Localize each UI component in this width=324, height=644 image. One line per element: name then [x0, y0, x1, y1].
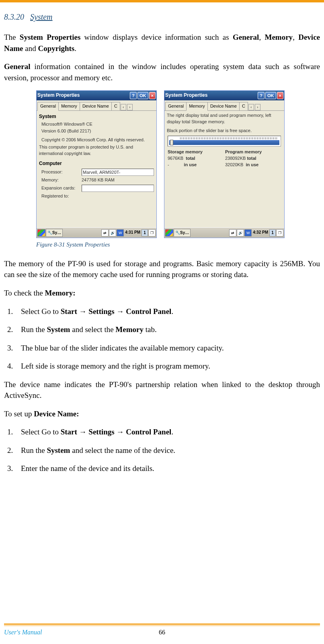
tray-volume-icon[interactable]: 🔊: [109, 229, 116, 236]
tab-memory[interactable]: Memory: [58, 102, 80, 110]
tab-memory[interactable]: Memory: [186, 102, 208, 111]
tray-cascade-icon[interactable]: ❐: [276, 229, 283, 236]
window-title: System Properties: [165, 92, 207, 99]
text: ,: [259, 33, 265, 41]
tray-volume-icon[interactable]: 🔊: [237, 229, 244, 236]
copyright-text: Copyright © 2006 Microsoft Corp. All rig…: [41, 137, 154, 143]
arrow: →: [77, 428, 89, 436]
text: and select the name of the device.: [70, 446, 175, 454]
section-heading: 8.3.20 System: [4, 11, 320, 23]
os-version: Version 6.00 (Build 2217): [41, 128, 154, 135]
system-group-label: System: [39, 113, 154, 120]
footer-row: User's Manual 66: [4, 628, 320, 637]
text-bold: Start: [61, 428, 77, 436]
help-button[interactable]: ?: [258, 92, 265, 99]
tray-word-icon[interactable]: W: [117, 229, 124, 236]
system-properties-window-general: System Properties ? OK × General Memory …: [36, 90, 157, 238]
tab-scroll-left-icon[interactable]: ‹: [121, 104, 126, 110]
device-name-description: The device name indicates the PT-90's pa…: [4, 379, 320, 401]
help-button[interactable]: ?: [130, 92, 137, 99]
step-number: 3.: [7, 342, 13, 354]
text: Run the: [21, 325, 47, 334]
general-panel: System Microsoft® Windows® CE Version 6.…: [37, 111, 156, 227]
expansion-row: Expansion cards:: [41, 185, 154, 192]
text: .: [74, 44, 76, 53]
tray-network-icon[interactable]: ⇄: [101, 229, 109, 236]
tray-network-icon[interactable]: ⇄: [229, 229, 236, 236]
program-column: Program memory 238092KB total 32020KB in…: [224, 149, 282, 168]
tab-scroll-left-icon[interactable]: ‹: [248, 104, 254, 110]
tab-general[interactable]: General: [165, 102, 187, 110]
text-bold: Memory: [115, 325, 144, 334]
page-footer: User's Manual 66: [0, 624, 324, 637]
step-1: 1. Select Go to Start → Settings → Contr…: [7, 426, 320, 438]
storage-inuse-row: - in use: [168, 162, 224, 168]
step-number: 3.: [7, 463, 13, 474]
slider-thumb[interactable]: [170, 140, 173, 145]
tab-general[interactable]: General: [37, 102, 59, 111]
tab-device-name[interactable]: Device Name: [80, 102, 112, 110]
tab-copyrights[interactable]: C: [239, 102, 248, 110]
expansion-dropdown[interactable]: [82, 185, 154, 192]
text: To set up: [4, 410, 34, 418]
storage-header: Storage memory: [168, 149, 224, 155]
tray-cascade-icon[interactable]: ❐: [148, 229, 156, 236]
start-button-icon[interactable]: [165, 229, 173, 236]
memory-value: 247768 KB RAM: [82, 177, 115, 183]
tab-device-name[interactable]: Device Name: [207, 102, 240, 110]
taskbar-clock[interactable]: 4:32 PM: [252, 230, 269, 236]
step-number: 4.: [7, 361, 13, 372]
titlebar[interactable]: System Properties ? OK ×: [164, 91, 284, 100]
text: The blue bar of the slider indicates the…: [21, 344, 224, 352]
tray-desktop-number[interactable]: 1: [269, 229, 276, 236]
program-inuse: 32020KB: [225, 162, 243, 167]
text: ,: [293, 33, 298, 41]
tab-scroll-right-icon[interactable]: ›: [127, 104, 133, 110]
computer-group-label: Computer: [39, 160, 154, 167]
ok-button[interactable]: OK: [265, 92, 276, 99]
arrow: →: [115, 428, 126, 436]
tab-scroll-right-icon[interactable]: ›: [255, 104, 260, 110]
step-1: 1. Select Go to Start → Settings → Contr…: [7, 306, 320, 317]
text-bold: Control Panel: [126, 428, 171, 436]
memory-row: Memory: 247768 KB RAM: [41, 177, 154, 183]
text-bold: System: [47, 446, 70, 454]
titlebar[interactable]: System Properties ? OK ×: [37, 91, 156, 100]
start-button-icon[interactable]: [37, 229, 45, 236]
text: tab.: [144, 325, 157, 334]
os-name: Microsoft® Windows® CE: [41, 121, 154, 128]
storage-total: 9676KB: [168, 156, 183, 161]
step-2: 2. Run the System and select the Memory …: [7, 324, 320, 335]
memory-description: The memory of the PT-90 is used for stor…: [4, 258, 320, 280]
taskbar[interactable]: 🔧Sy… ⇄ 🔊 W 4:31 PM 1 ❐: [37, 227, 156, 238]
protected-text: This computer program is protected by U.…: [39, 144, 154, 157]
tray-word-icon[interactable]: W: [244, 229, 252, 236]
step-number: 1.: [7, 306, 13, 317]
text: window displays device information such …: [80, 33, 233, 41]
text-bold: Memory: [265, 33, 293, 41]
storage-total-row: 9676KB total: [168, 155, 224, 162]
taskbar-clock[interactable]: 4:31 PM: [124, 230, 141, 236]
slider-ticks: [169, 137, 279, 140]
tray-desktop-number[interactable]: 1: [141, 229, 148, 236]
taskbar[interactable]: 🔧Sy… ⇄ 🔊 W 4:32 PM 1 ❐: [164, 227, 284, 238]
memory-steps-list: 1. Select Go to Start → Settings → Contr…: [7, 306, 320, 372]
check-memory-heading: To check the Memory:: [4, 287, 320, 299]
close-button[interactable]: ×: [277, 92, 283, 99]
memory-slider[interactable]: [168, 136, 281, 147]
program-inuse-row: 32020KB in use: [225, 162, 281, 168]
close-button[interactable]: ×: [149, 92, 156, 99]
step-4: 4. Left side is storage memory and the r…: [7, 361, 320, 372]
tab-copyrights[interactable]: C: [111, 102, 120, 110]
ok-button[interactable]: OK: [137, 92, 148, 99]
processor-label: Processor:: [41, 169, 82, 175]
taskbar-task[interactable]: 🔧Sy…: [46, 229, 63, 237]
text-bold: System Properties: [20, 33, 80, 41]
processor-value[interactable]: Marvell, ARM920T-: [82, 169, 154, 176]
registered-label: Registered to:: [41, 193, 82, 200]
text-bold: General: [4, 62, 30, 71]
figure-caption: Figure 8-31 System Properties: [36, 240, 320, 249]
taskbar-task[interactable]: 🔧Sy…: [174, 229, 191, 237]
inuse-label: in use: [246, 162, 258, 167]
text-bold: General: [233, 33, 259, 41]
